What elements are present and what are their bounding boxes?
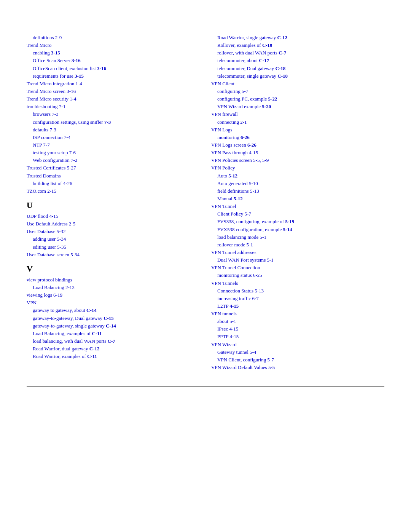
entry-text[interactable]: monitoring 6-26 [217, 134, 250, 140]
entry-text[interactable]: Road Warrior, dual gateway C-12 [33, 346, 99, 351]
entry-text[interactable]: configuring 5-7 [217, 88, 248, 94]
entry-text[interactable]: VPN Pass through 4-15 [211, 150, 258, 155]
entry-text[interactable]: configuration settings, using sniffer 7-… [33, 119, 111, 125]
page-number-bold: 7-3 [104, 119, 111, 125]
entry-text[interactable]: gateway to gateway, about C-14 [33, 307, 97, 313]
list-item: User Database screen 5-34 [27, 251, 200, 259]
entry-text[interactable]: viewing logs 6-19 [27, 292, 62, 298]
entry-text[interactable]: Road Warrior, single gateway C-12 [217, 35, 287, 40]
entry-text[interactable]: configuring PC, example 5-22 [217, 96, 277, 102]
entry-text[interactable]: IPsec 4-15 [217, 326, 238, 332]
entry-text[interactable]: VPN Policies screen 5-5, 5-9 [211, 157, 269, 163]
entry-text[interactable]: NTP 7-7 [33, 142, 50, 148]
entry-text[interactable]: PPTP 4-15 [217, 334, 239, 339]
entry-text[interactable]: load balancing mode 5-1 [217, 234, 266, 240]
entry-text[interactable]: troubleshooting 7-1 [27, 104, 65, 109]
entry-text[interactable]: VPN Wizard example 5-20 [217, 104, 271, 109]
entry-text[interactable]: VPN Wizard Default Values 5-5 [211, 364, 275, 370]
list-item: VPN Pass through 4-15 [211, 149, 384, 157]
entry-text[interactable]: Client Policy 5-7 [217, 211, 251, 217]
entry-text[interactable]: telecommuter, about C-17 [217, 58, 269, 63]
entry-text[interactable]: Gateway tunnel 5-4 [217, 349, 256, 355]
entry-text[interactable]: TZO.com 2-15 [27, 188, 56, 194]
entry-text[interactable]: Trusted Domains [27, 173, 61, 179]
entry-text[interactable]: Office Scan Server 3-16 [33, 58, 81, 63]
left-column: definitions 2-9Trend Microenabling 3-15O… [27, 34, 200, 371]
entry-text[interactable]: Trend Micro [27, 42, 52, 48]
page-number-bold: C-18 [277, 73, 288, 79]
entry-text[interactable]: Road Warrior, examples of C-11 [33, 353, 97, 359]
entry-text[interactable]: Trend Micro security 1-4 [27, 96, 76, 102]
entry-text[interactable]: User Database 5-32 [27, 228, 66, 234]
list-item: Trend Micro security 1-4 [27, 95, 200, 103]
entry-text[interactable]: Web configuration 7-2 [33, 157, 77, 163]
page-header [27, 23, 384, 26]
list-item: Connection Status 5-13 [217, 287, 384, 295]
list-item: gateway-to-gateway, Dual gateway C-15 [33, 315, 200, 322]
entry-text[interactable]: VPN tunnels [211, 311, 237, 316]
entry-text[interactable]: Rollover, examples of C-10 [217, 42, 272, 48]
entry-text[interactable]: Trend Micro screen 3-16 [27, 88, 76, 94]
entry-text[interactable]: Dual WAN Port systems 5-1 [217, 257, 274, 263]
entry-text[interactable]: requirements for use 3-15 [33, 73, 84, 79]
list-item: VPN Logs [211, 126, 384, 134]
entry-text[interactable]: VPN Logs screen 6-26 [211, 142, 256, 148]
entry-text[interactable]: L2TP 4-15 [217, 303, 239, 309]
entry-text[interactable]: Use Default Address 2-5 [27, 221, 75, 227]
entry-text[interactable]: adding user 5-34 [33, 236, 66, 242]
entry-text[interactable]: gateway-to-gateway, Dual gateway C-15 [33, 315, 114, 321]
entry-text[interactable]: VPN Policy [211, 165, 235, 171]
entry-text[interactable]: Connection Status 5-13 [217, 288, 264, 294]
entry-text[interactable]: connecting 2-1 [217, 119, 247, 125]
entry-text[interactable]: VPN [27, 300, 37, 305]
entry-text[interactable]: rollover, with dual WAN ports C-7 [217, 50, 286, 56]
entry-text[interactable]: Trusted Certificates 5-27 [27, 165, 76, 171]
entry-text[interactable]: VPN Wizard [211, 342, 237, 347]
entry-text[interactable]: Auto 5-12 [217, 173, 237, 179]
list-item: VPN Client, configuring 5-7 [217, 356, 384, 364]
entry-text[interactable]: Load Balancing, examples of C-11 [33, 331, 102, 336]
entry-text[interactable]: building list of 4-26 [33, 181, 72, 186]
entry-text[interactable]: VPN Client, configuring 5-7 [217, 357, 274, 363]
entry-text[interactable]: about 5-1 [217, 318, 236, 324]
entry-text[interactable]: load balancing, with dual WAN ports C-7 [33, 338, 115, 344]
entry-text[interactable]: VPN Client [211, 81, 234, 86]
entry-text[interactable]: enabling 3-15 [33, 50, 60, 56]
entry-text[interactable]: telecommuter, Dual gateway C-18 [217, 66, 285, 71]
entry-text[interactable]: editing user 5-35 [33, 244, 66, 250]
entry-text[interactable]: FVX538 configuration, example 5-14 [217, 227, 292, 232]
entry-text[interactable]: VPN Logs [211, 127, 232, 133]
entry-text[interactable]: Load Balancing 2-13 [33, 284, 75, 290]
right-column: Road Warrior, single gateway C-12Rollove… [211, 34, 384, 371]
entry-text[interactable]: VPN Tunnel addresses [211, 249, 256, 255]
entry-text[interactable]: rollover mode 5-1 [217, 242, 253, 248]
entry-text[interactable]: VPN firewall [211, 111, 238, 117]
entry-text[interactable]: ISP connection 7-4 [33, 134, 70, 140]
entry-text[interactable]: Trend Micro integration 1-4 [27, 81, 82, 86]
entry-text[interactable]: field definitions 5-13 [217, 188, 259, 194]
entry-text[interactable]: view protocol bindings [27, 277, 72, 283]
entry-text[interactable]: gateway-to-gateway, single gateway C-14 [33, 323, 116, 329]
entry-text[interactable]: UDP flood 4-15 [27, 213, 58, 219]
list-item: VPN Policy [211, 164, 384, 172]
entry-text[interactable]: VPN Tunnels [211, 280, 238, 286]
entry-text[interactable]: monitoring status 6-25 [217, 272, 262, 278]
section-letter: U [27, 200, 200, 210]
entry-text[interactable]: OfficeScan client, exclusion list 3-16 [33, 66, 106, 71]
entry-text[interactable]: Auto generated 5-10 [217, 181, 258, 186]
entry-text[interactable]: VPN Tunnel Connection [211, 265, 260, 270]
list-item: telecommuter, single gateway C-18 [217, 72, 384, 80]
list-item: Trend Micro [27, 42, 200, 49]
entry-text[interactable]: definitions 2-9 [33, 35, 62, 40]
entry-text[interactable]: User Database screen 5-34 [27, 252, 80, 257]
list-item: testing your setup 7-6 [33, 149, 200, 157]
entry-text[interactable]: FVS338, configuring, example of 5-19 [217, 219, 294, 224]
entry-text[interactable]: browsers 7-3 [33, 111, 59, 117]
entry-text[interactable]: VPN Tunnel [211, 203, 236, 209]
entry-text[interactable]: testing your setup 7-6 [33, 150, 76, 155]
entry-text[interactable]: Manual 5-12 [217, 196, 243, 201]
list-item: Office Scan Server 3-16 [33, 57, 200, 64]
entry-text[interactable]: increasing traffic 6-7 [217, 296, 259, 301]
entry-text[interactable]: defaults 7-3 [33, 127, 56, 133]
entry-text[interactable]: telecommuter, single gateway C-18 [217, 73, 288, 79]
